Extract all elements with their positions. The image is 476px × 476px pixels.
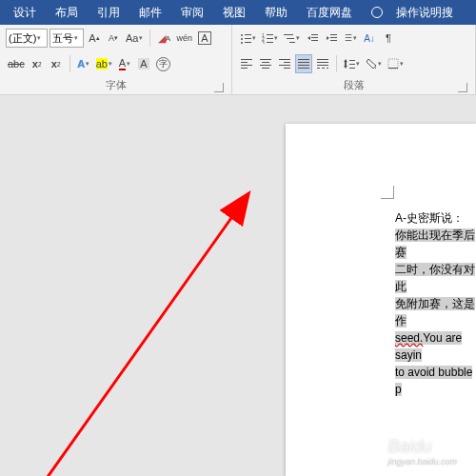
svg-rect-42 <box>327 68 328 69</box>
svg-rect-37 <box>317 59 328 60</box>
svg-rect-33 <box>298 59 309 60</box>
svg-rect-13 <box>287 38 294 39</box>
svg-rect-17 <box>311 40 318 41</box>
text-line[interactable]: A-史密斯说： <box>395 209 476 227</box>
increase-indent-button[interactable] <box>323 29 340 48</box>
change-case-button[interactable]: Aa▾ <box>124 29 145 48</box>
tab-review[interactable]: 审阅 <box>171 5 213 21</box>
svg-rect-39 <box>317 65 328 66</box>
paragraph-group-label: 段落 <box>238 78 469 94</box>
text-line[interactable]: to avoid bubble p <box>395 364 476 398</box>
svg-rect-23 <box>241 65 252 66</box>
svg-rect-38 <box>317 62 328 63</box>
document-page[interactable]: A-史密斯说： 你能出现在季后赛 二时，你没有对此 免附加赛，这是作 seed.… <box>286 124 476 476</box>
svg-rect-28 <box>262 68 269 69</box>
bullets-button[interactable]: ▾ <box>238 29 258 48</box>
enclosed-char-button[interactable]: 字 <box>154 54 172 73</box>
lightbulb-icon <box>371 7 383 18</box>
tab-baidu-netdisk[interactable]: 百度网盘 <box>297 5 362 21</box>
line-spacing-button[interactable]: ▾ <box>342 54 362 73</box>
svg-rect-24 <box>241 68 248 69</box>
text-line[interactable]: 你能出现在季后赛 <box>395 227 476 261</box>
font-group: (正文)▾ 五号▾ A▴ A▾ Aa▾ ◢A wén A abc x2 x2 A… <box>0 25 232 94</box>
text-effects-button[interactable]: A▾ <box>75 54 92 73</box>
svg-rect-40 <box>317 68 320 69</box>
font-color-button[interactable]: A▾ <box>116 54 133 73</box>
svg-rect-20 <box>330 40 337 41</box>
svg-rect-34 <box>298 62 309 63</box>
svg-rect-14 <box>289 42 295 43</box>
watermark: Baidu jingyan.baidu.com <box>387 437 457 466</box>
clear-formatting-button[interactable]: ◢A <box>155 29 172 48</box>
char-shading-button[interactable]: A <box>135 54 152 73</box>
svg-rect-21 <box>241 59 252 60</box>
superscript-button[interactable]: x2 <box>48 54 65 73</box>
document-text[interactable]: A-史密斯说： 你能出现在季后赛 二时，你没有对此 免附加赛，这是作 seed.… <box>395 209 476 398</box>
svg-rect-44 <box>349 60 355 61</box>
align-center-button[interactable] <box>257 54 274 73</box>
strikethrough-button[interactable]: abc <box>6 54 27 73</box>
svg-point-4 <box>241 42 243 44</box>
svg-rect-16 <box>311 37 318 38</box>
svg-rect-45 <box>349 64 355 65</box>
font-size-select[interactable]: 五号▾ <box>50 29 84 48</box>
svg-rect-30 <box>284 62 290 63</box>
paragraph-dialog-launcher[interactable] <box>458 83 467 92</box>
show-marks-button[interactable]: ¶ <box>380 29 397 48</box>
multilevel-list-button[interactable]: ▾ <box>282 29 302 48</box>
font-dialog-launcher[interactable] <box>214 83 224 92</box>
tab-mailings[interactable]: 邮件 <box>129 5 171 21</box>
text-line[interactable]: 二时，你没有对此 <box>395 261 476 295</box>
align-left-button[interactable] <box>238 54 255 73</box>
shrink-font-button[interactable]: A▾ <box>105 29 122 48</box>
text-direction-button[interactable]: ☰▾ <box>342 29 359 48</box>
align-right-button[interactable] <box>276 54 293 73</box>
text-line[interactable]: seed.You are sayin <box>395 329 476 364</box>
svg-rect-9 <box>267 38 273 39</box>
svg-rect-19 <box>330 37 337 38</box>
subscript-button[interactable]: x2 <box>29 54 46 73</box>
font-name-select[interactable]: (正文)▾ <box>6 29 48 48</box>
margin-indicator <box>381 186 394 199</box>
tab-help[interactable]: 帮助 <box>255 5 297 21</box>
svg-rect-1 <box>245 34 251 35</box>
tab-references[interactable]: 引用 <box>88 5 129 21</box>
document-canvas[interactable]: A-史密斯说： 你能出现在季后赛 二时，你没有对此 免附加赛，这是作 seed.… <box>0 95 476 476</box>
svg-rect-15 <box>311 34 318 35</box>
ribbon: (正文)▾ 五号▾ A▴ A▾ Aa▾ ◢A wén A abc x2 x2 A… <box>0 25 476 95</box>
decrease-indent-button[interactable] <box>304 29 321 48</box>
svg-rect-26 <box>262 62 269 63</box>
svg-rect-41 <box>322 68 325 69</box>
shading-button[interactable]: ▾ <box>364 54 384 73</box>
svg-rect-27 <box>260 65 271 66</box>
char-border-button[interactable]: A <box>196 29 213 48</box>
tab-design[interactable]: 设计 <box>4 5 46 21</box>
svg-rect-22 <box>241 62 248 63</box>
tab-view[interactable]: 视图 <box>213 5 255 21</box>
text-line[interactable]: 免附加赛，这是作 <box>395 295 476 329</box>
menu-bar: 设计 布局 引用 邮件 审阅 视图 帮助 百度网盘 操作说明搜 <box>0 0 476 25</box>
paragraph-group: ▾ 123▾ ▾ ☰▾ A↓ ¶ ▾ ▾ ▾ 段落 <box>232 25 476 94</box>
align-distributed-button[interactable] <box>314 54 331 73</box>
svg-rect-43 <box>345 61 347 67</box>
svg-rect-32 <box>284 68 290 69</box>
svg-rect-29 <box>279 59 290 60</box>
svg-rect-46 <box>349 68 355 69</box>
tell-me-search[interactable]: 操作说明搜 <box>362 5 472 21</box>
svg-rect-3 <box>245 38 251 39</box>
grow-font-button[interactable]: A▴ <box>86 29 103 48</box>
svg-rect-36 <box>298 68 309 69</box>
sort-button[interactable]: A↓ <box>361 29 378 48</box>
align-justify-button[interactable] <box>295 54 312 73</box>
phonetic-guide-button[interactable]: wén <box>174 29 194 48</box>
numbering-button[interactable]: 123▾ <box>260 29 280 48</box>
svg-rect-47 <box>388 59 398 69</box>
svg-rect-18 <box>330 34 337 35</box>
highlight-button[interactable]: ab▾ <box>94 54 114 73</box>
svg-rect-5 <box>245 42 251 43</box>
svg-rect-31 <box>279 65 290 66</box>
svg-rect-11 <box>267 42 273 43</box>
tab-layout[interactable]: 布局 <box>46 5 88 21</box>
borders-button[interactable]: ▾ <box>386 54 406 73</box>
svg-rect-25 <box>260 59 271 60</box>
